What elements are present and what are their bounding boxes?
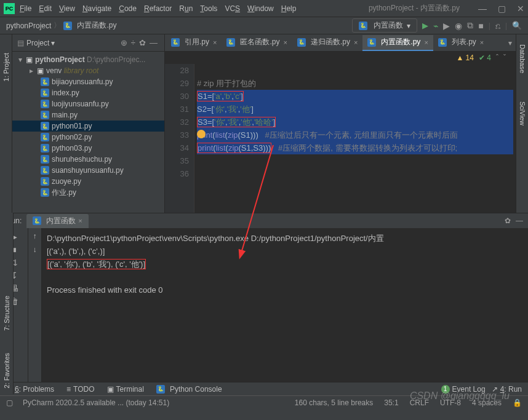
- tree-venv-hint: library root: [64, 66, 99, 75]
- tree-file[interactable]: 🐍shuruheshuchu.py: [12, 154, 164, 165]
- editor-tab[interactable]: 🐍匿名函数.py×: [222, 35, 292, 51]
- close-icon[interactable]: ×: [480, 39, 484, 46]
- line-gutter: 282930 313233 343536: [165, 64, 194, 213]
- close-icon[interactable]: ×: [424, 39, 428, 46]
- console-output[interactable]: D:\pythonProject1\pythonProject\venv\Scr…: [42, 228, 528, 382]
- tree-file[interactable]: 🐍main.py: [12, 109, 164, 121]
- project-view-label[interactable]: Project: [26, 39, 49, 47]
- debug-button[interactable]: ⌁: [433, 21, 438, 31]
- tree-file[interactable]: 🐍python02.py: [12, 132, 164, 143]
- status-cursor[interactable]: 35:1: [384, 398, 398, 407]
- hide-icon[interactable]: —: [516, 216, 523, 225]
- tree-venv[interactable]: ▸▣ venv library root: [12, 65, 164, 76]
- tree-file[interactable]: 🐍作业.py: [12, 187, 164, 198]
- settings-icon[interactable]: ✿: [139, 38, 146, 47]
- database-tool-button[interactable]: Database: [519, 34, 526, 73]
- run-nav-toolbar: ↑ ↓: [28, 228, 42, 382]
- menu-edit[interactable]: Edit: [39, 4, 52, 13]
- hide-icon[interactable]: —: [150, 38, 158, 47]
- up-icon[interactable]: ↑: [33, 232, 37, 240]
- coverage-button[interactable]: ▶: [443, 21, 450, 31]
- sciview-tool-button[interactable]: SciView: [519, 92, 526, 125]
- checks-icon[interactable]: ✔ 4: [479, 53, 491, 62]
- project-panel: ▤ Project ▾ ⊕ ÷ ✿ — ▾▣ pythonProject D:\…: [12, 34, 165, 213]
- maximize-button[interactable]: ▢: [498, 4, 506, 14]
- code-editor[interactable]: # zip 用于打包的 S1=['a','b','c'] S2=['你','我'…: [194, 64, 516, 213]
- vcs-button[interactable]: ⎌: [495, 21, 500, 31]
- status-chars: 160 chars, 5 line breaks: [295, 398, 373, 407]
- project-tool-button[interactable]: 1: Project: [2, 53, 10, 81]
- project-view-icon: ▤: [17, 39, 24, 47]
- minimize-button[interactable]: —: [478, 4, 487, 14]
- menu-file[interactable]: File: [20, 4, 31, 13]
- close-icon[interactable]: ×: [283, 39, 287, 46]
- project-panel-header: ▤ Project ▾ ⊕ ÷ ✿ —: [12, 34, 164, 52]
- status-lock-icon[interactable]: 🔒: [513, 398, 522, 407]
- menu-window[interactable]: Window: [247, 4, 274, 13]
- tree-root-label: pythonProject: [35, 55, 85, 64]
- menu-view[interactable]: View: [59, 4, 75, 13]
- editor-tab[interactable]: 🐍引用.py×: [166, 35, 222, 51]
- structure-tool-button[interactable]: 7: Structure: [3, 296, 10, 331]
- menu-vcs[interactable]: VCS: [225, 4, 240, 13]
- status-message[interactable]: PyCharm 2020.2.5 available ... (today 14…: [23, 398, 169, 407]
- settings-icon[interactable]: ✿: [505, 216, 511, 225]
- python-console-button[interactable]: 🐍Python Console: [156, 385, 222, 394]
- close-icon[interactable]: ×: [78, 217, 82, 224]
- profile-button[interactable]: ◉: [455, 21, 462, 31]
- target-icon[interactable]: ⊕: [121, 38, 127, 47]
- chevron-down-icon: ▾: [407, 22, 410, 30]
- tabs-dropdown-icon[interactable]: ▾: [508, 39, 512, 47]
- todo-tool-button[interactable]: ≡TODO: [66, 385, 94, 394]
- terminal-tool-button[interactable]: ▣Terminal: [107, 385, 144, 394]
- crumb-project[interactable]: pythonProject: [6, 22, 51, 30]
- crumb-file[interactable]: 内置函数.py: [77, 20, 116, 31]
- run-tabs-bar: Run: 🐍 内置函数 × ✿ —: [0, 213, 528, 228]
- editor-tab[interactable]: 🐍列表.py×: [433, 35, 489, 51]
- run-tab[interactable]: 🐍 内置函数 ×: [26, 214, 88, 228]
- menu-help[interactable]: Help: [281, 4, 297, 13]
- stop-button[interactable]: ■: [478, 21, 483, 31]
- close-icon[interactable]: ×: [354, 39, 358, 46]
- chevron-down-icon[interactable]: ▾: [51, 39, 55, 47]
- menu-tools[interactable]: Tools: [200, 4, 217, 13]
- run-config-label: 内置函数: [374, 20, 403, 31]
- close-button[interactable]: ✕: [517, 4, 524, 14]
- tree-file[interactable]: 🐍luojiyunsuanfu.py: [12, 98, 164, 109]
- menu-refactor[interactable]: Refactor: [144, 4, 172, 13]
- favorites-tool-button[interactable]: 2: Favorites: [3, 353, 10, 388]
- tree-file[interactable]: 🐍index.py: [12, 87, 164, 98]
- tree-file[interactable]: 🐍zuoye.py: [12, 176, 164, 187]
- menu-run[interactable]: Run: [179, 4, 193, 13]
- chevron-icon[interactable]: ˆ: [496, 53, 498, 62]
- down-icon[interactable]: ↓: [33, 245, 37, 254]
- left-tool-strip: 1: Project: [0, 34, 12, 213]
- tree-file[interactable]: 🐍python03.py: [12, 143, 164, 154]
- bulb-icon[interactable]: [197, 130, 206, 138]
- close-icon[interactable]: ×: [213, 39, 217, 46]
- status-icon[interactable]: ▢: [6, 398, 13, 407]
- editor-tabs: 🐍引用.py× 🐍匿名函数.py× 🐍递归函数.py× 🐍内置函数.py× 🐍列…: [165, 34, 516, 52]
- collapse-icon[interactable]: ÷: [131, 38, 135, 47]
- right-tool-strip: Database SciView: [516, 34, 528, 213]
- editor-tab[interactable]: 🐍递归函数.py×: [292, 35, 362, 51]
- tree-project-root[interactable]: ▾▣ pythonProject D:\pythonProjec...: [12, 54, 164, 65]
- run-button[interactable]: ▶: [422, 21, 428, 30]
- tree-file[interactable]: 🐍bijiaoyunsuanfu.py: [12, 76, 164, 87]
- tree-file[interactable]: 🐍suanshuyunsuanfu.py: [12, 165, 164, 176]
- editor-tab-active[interactable]: 🐍内置函数.py×: [362, 35, 433, 51]
- warnings-icon[interactable]: ▲ 14: [456, 53, 474, 62]
- chevron-icon[interactable]: ˇ: [503, 53, 506, 62]
- tree-file-selected[interactable]: 🐍python01.py: [12, 121, 164, 132]
- search-everywhere-button[interactable]: 🔍: [512, 21, 522, 30]
- window-controls: — ▢ ✕: [478, 4, 524, 14]
- python-icon: 🐍: [359, 22, 367, 30]
- console-line: [('a',), ('b',), ('c',)]: [47, 245, 523, 258]
- console-line: D:\pythonProject1\pythonProject\venv\Scr…: [47, 232, 523, 245]
- concurrency-button[interactable]: ⧉: [467, 20, 473, 31]
- project-tree[interactable]: ▾▣ pythonProject D:\pythonProjec... ▸▣ v…: [12, 52, 164, 200]
- console-line: Process finished with exit code 0: [47, 283, 523, 296]
- menu-navigate[interactable]: Navigate: [82, 4, 111, 13]
- run-configuration-select[interactable]: 🐍 内置函数 ▾: [352, 18, 417, 33]
- menu-code[interactable]: Code: [119, 4, 137, 13]
